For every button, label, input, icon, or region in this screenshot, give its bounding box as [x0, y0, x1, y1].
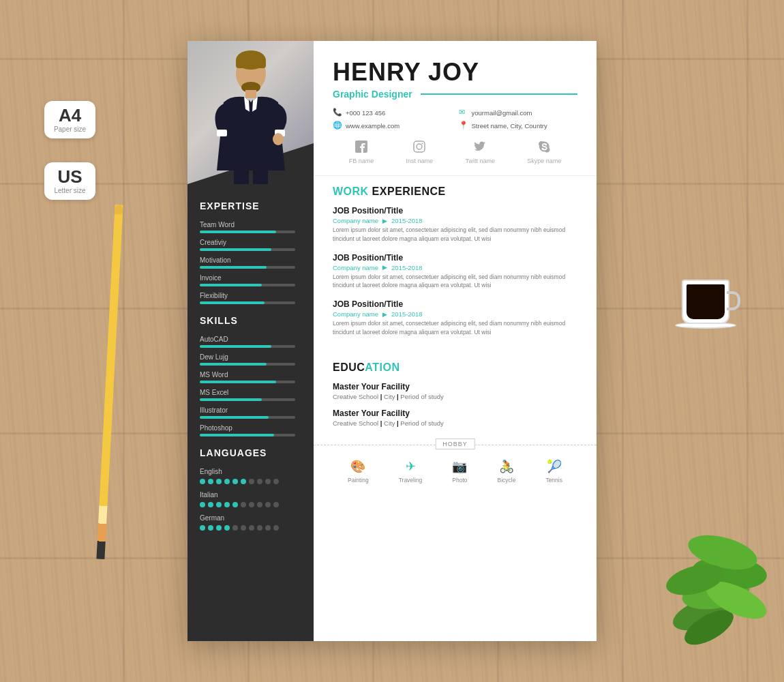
dot-empty: [241, 502, 246, 507]
lang-name-english: English: [200, 468, 301, 475]
coffee-cup-decoration: [675, 266, 743, 334]
job-desc-2: Lorem ipsum dolor sit amet, consectetuer…: [333, 273, 577, 291]
hobby-label: HOBBY: [435, 439, 475, 449]
svg-rect-14: [217, 130, 227, 136]
lang-dots-italian: [200, 502, 301, 507]
skill-bar-fill-1: [200, 345, 271, 348]
social-skype: Skype name: [527, 140, 561, 164]
date-range-3: 2015-2018: [391, 310, 422, 318]
svg-point-18: [417, 144, 422, 149]
dot: [232, 479, 238, 484]
svg-rect-15: [234, 167, 249, 184]
expertise-name-5: Flexibility: [200, 292, 301, 299]
dot: [224, 502, 230, 507]
skills-heading: SKILLS: [200, 315, 301, 326]
education-heading-black: EDUC: [333, 361, 365, 373]
separator: |: [380, 393, 382, 400]
company-row-1: Company name ▶ 2015-2018: [333, 217, 577, 224]
instagram-label: Inst name: [406, 158, 434, 164]
resume-document: EXPERTISE Team Word Creativiy Motivation: [187, 41, 597, 641]
separator: |: [380, 419, 382, 427]
skill-item-5: Illustrator: [200, 406, 301, 419]
dot: [200, 479, 205, 484]
dot-empty: [249, 502, 254, 507]
email-icon: ✉: [459, 108, 468, 117]
skill-bar-bg-3: [200, 381, 295, 383]
dot-empty: [265, 479, 271, 484]
languages-list: English Italian: [200, 468, 301, 531]
dot-empty: [273, 479, 279, 484]
dot: [208, 479, 213, 484]
skill-item-1: AutoCAD: [200, 336, 301, 348]
bicycle-icon: 🚴: [499, 459, 514, 474]
dot: [216, 479, 222, 484]
contact-website: 🌐 www.example.com: [333, 121, 452, 130]
hobby-label-painting: Painting: [348, 477, 369, 484]
title-divider: [421, 93, 577, 95]
twitter-icon: [472, 140, 487, 155]
us-label: US: [51, 168, 89, 186]
company-row-2: Company name ▶ 2015-2018: [333, 264, 577, 271]
work-experience-heading: WORK EXPERIENCE: [333, 186, 577, 198]
address-value: Street name, City, Country: [472, 122, 547, 130]
location-icon: 📍: [459, 121, 468, 130]
company-name-3: Company name: [333, 310, 378, 318]
education-entry-1: Master Your Facility Creative School | C…: [333, 382, 577, 400]
phone-icon: 📞: [333, 108, 342, 117]
instagram-icon: [412, 140, 427, 155]
expertise-item-5: Flexibility: [200, 292, 301, 304]
expertise-bar-fill-3: [200, 266, 267, 269]
company-name-2: Company name: [333, 264, 378, 271]
expertise-name-4: Invoice: [200, 274, 301, 282]
hobby-icons: 🎨 Painting ✈ Traveling 📷 Photo 🚴 Bicycle…: [333, 459, 577, 484]
svg-rect-17: [414, 141, 425, 152]
a4-sub: Paper size: [51, 125, 89, 133]
edu-title-1: Master Your Facility: [333, 382, 577, 391]
arrow-icon-1: ▶: [382, 218, 387, 224]
expertise-bar-bg-5: [200, 301, 295, 304]
dot-empty: [241, 525, 246, 531]
website-value: www.example.com: [346, 122, 399, 130]
dot: [224, 479, 230, 484]
email-value: yourmail@gmail.com: [472, 109, 532, 117]
expertise-bar-fill-1: [200, 231, 276, 233]
edu-sub-1: Creative School | City | Period of study: [333, 393, 577, 400]
separator: |: [397, 393, 399, 400]
education-entry-2: Master Your Facility Creative School | C…: [333, 409, 577, 427]
hobby-bicycle: 🚴 Bicycle: [497, 459, 515, 484]
dot: [216, 502, 222, 507]
dot-empty: [273, 525, 279, 531]
skill-item-6: Photoshop: [200, 424, 301, 436]
pencil-decoration: [96, 205, 123, 559]
expertise-bar-fill-4: [200, 284, 262, 286]
education-section: EDUCATION Master Your Facility Creative …: [314, 356, 597, 445]
dot-empty: [265, 502, 271, 507]
arrow-icon-3: ▶: [382, 311, 387, 318]
phone-value: +000 123 456: [346, 109, 385, 117]
dot-empty: [265, 525, 271, 531]
expertise-bar-fill-5: [200, 301, 265, 304]
expertise-bar-fill-2: [200, 248, 271, 251]
expertise-bar-bg-2: [200, 248, 295, 251]
main-content: HENRY JOY Graphic Designer 📞 +000 123 45…: [314, 41, 597, 641]
skill-item-4: MS Excel: [200, 389, 301, 401]
expertise-item-3: Motivation: [200, 256, 301, 269]
education-heading: EDUCATION: [333, 361, 577, 374]
dot: [208, 525, 213, 531]
svg-point-13: [273, 133, 284, 145]
photo-area: [187, 41, 314, 184]
skype-label: Skype name: [527, 158, 561, 164]
dot-empty: [257, 525, 262, 531]
hobby-tennis: 🎾 Tennis: [545, 459, 562, 484]
traveling-icon: ✈: [406, 459, 416, 474]
skill-name-1: AutoCAD: [200, 336, 301, 343]
hobby-traveling: ✈ Traveling: [399, 459, 423, 484]
us-sub: Letter size: [51, 187, 89, 194]
skill-name-3: MS Word: [200, 371, 301, 379]
expertise-bar-bg-3: [200, 266, 295, 269]
work-heading-teal: WORK: [333, 186, 369, 197]
hobby-label-tennis: Tennis: [545, 477, 562, 484]
lang-dots-english: [200, 479, 301, 484]
expertise-name-3: Motivation: [200, 256, 301, 264]
skill-bar-bg-5: [200, 416, 295, 419]
